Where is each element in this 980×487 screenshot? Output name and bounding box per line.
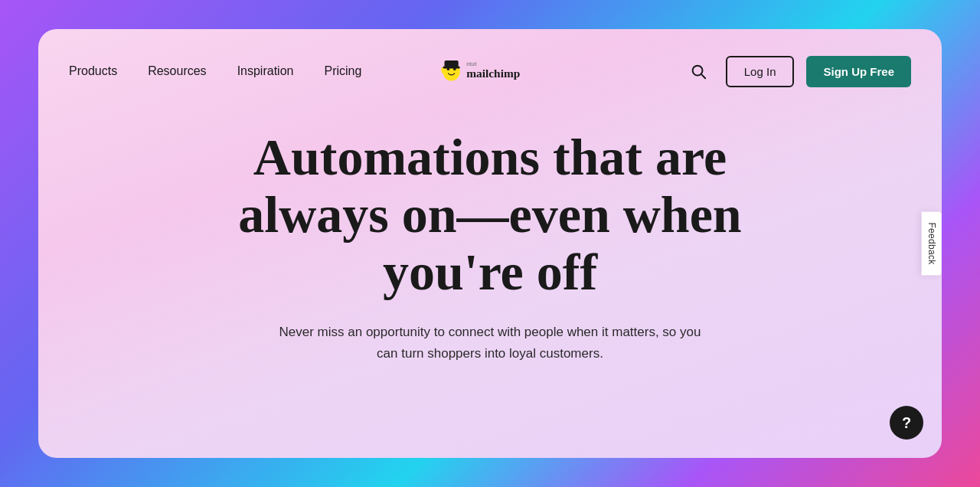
feedback-tab[interactable]: Feedback [921, 211, 941, 275]
main-card: Products Resources Inspiration Pricing [38, 29, 942, 458]
login-button[interactable]: Log In [726, 56, 795, 87]
hero-section: Automations that are always on—even when… [38, 113, 942, 394]
nav-right: Log In Sign Up Free [683, 56, 911, 87]
help-button[interactable]: ? [890, 406, 923, 440]
svg-text:mailchimp: mailchimp [466, 67, 520, 80]
nav-item-inspiration[interactable]: Inspiration [237, 64, 294, 78]
svg-rect-5 [443, 67, 459, 69]
logo-container[interactable]: intuit mailchimp [436, 56, 544, 87]
hero-subtitle: Never miss an opportunity to connect wit… [268, 322, 712, 363]
nav-left: Products Resources Inspiration Pricing [69, 64, 361, 78]
svg-text:intuit: intuit [466, 61, 477, 67]
svg-line-9 [701, 74, 705, 78]
hero-title: Automations that are always on—even when… [222, 129, 758, 300]
search-icon [690, 63, 707, 80]
nav-item-products[interactable]: Products [69, 64, 117, 78]
mailchimp-logo: intuit mailchimp [436, 56, 544, 87]
navbar: Products Resources Inspiration Pricing [38, 29, 942, 113]
nav-item-pricing[interactable]: Pricing [324, 64, 361, 78]
signup-button[interactable]: Sign Up Free [806, 56, 911, 87]
nav-item-resources[interactable]: Resources [148, 64, 206, 78]
search-button[interactable] [683, 56, 714, 87]
